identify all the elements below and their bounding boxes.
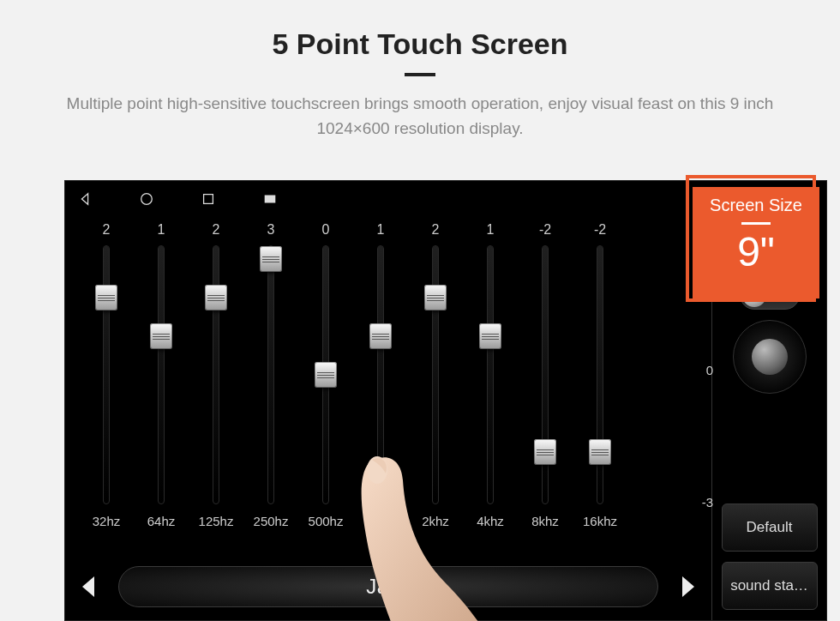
eq-band-4khz: 14khz — [463, 222, 518, 540]
eq-slider[interactable] — [104, 246, 109, 503]
eq-value: 2 — [103, 222, 111, 243]
home-icon[interactable] — [139, 191, 154, 207]
sound-stage-button[interactable]: sound sta… — [722, 562, 818, 610]
eq-value: 1 — [487, 222, 495, 243]
badge-value: 9" — [693, 232, 819, 273]
preset-prev-button[interactable] — [72, 570, 106, 604]
gallery-icon[interactable] — [262, 191, 278, 207]
eq-band-250hz: 3250hz — [243, 222, 298, 540]
recent-icon[interactable] — [201, 191, 216, 207]
eq-freq-label: 250hz — [254, 514, 289, 528]
eq-value: -2 — [594, 222, 606, 243]
eq-freq-label: 4khz — [477, 514, 504, 528]
eq-freq-label: 16khz — [583, 514, 617, 528]
eq-freq-label: 125hz — [199, 514, 234, 528]
svg-rect-2 — [265, 196, 276, 203]
eq-band-500hz: 0500hz — [298, 222, 353, 540]
eq-freq-label: 8khz — [531, 514, 559, 528]
eq-band-125hz: 2125hz — [189, 222, 243, 540]
eq-slider[interactable] — [268, 246, 273, 503]
eq-slider[interactable] — [488, 246, 493, 503]
eq-slider[interactable] — [213, 246, 219, 503]
preset-name[interactable]: Jazz — [118, 566, 658, 607]
eq-slider[interactable] — [323, 246, 328, 503]
page-title: 5 Point Touch Screen — [0, 27, 840, 61]
balance-dial[interactable] — [733, 320, 807, 394]
default-button[interactable]: Default — [722, 503, 818, 552]
eq-band-32hz: 232hz — [79, 222, 134, 540]
eq-band-16khz: -216khz — [573, 222, 627, 540]
eq-freq-label: 1khz — [367, 514, 394, 528]
eq-freq-label: 32hz — [93, 514, 121, 528]
eq-value: 2 — [213, 222, 220, 243]
eq-value: -2 — [539, 222, 551, 243]
eq-value: 2 — [432, 222, 440, 243]
eq-value: 3 — [267, 222, 275, 243]
page-subtitle: Multiple point high-sensitive touchscree… — [34, 92, 806, 141]
eq-slider[interactable] — [378, 246, 383, 503]
back-icon[interactable] — [77, 191, 93, 207]
equalizer-panel: 232hz164hz2125hz3250hz0500hz11khz22khz14… — [65, 217, 711, 620]
screen-size-badge: Screen Size 9" — [693, 187, 819, 298]
eq-value: 1 — [158, 222, 165, 243]
eq-band-8khz: -28khz — [518, 222, 573, 540]
eq-band-1khz: 11khz — [353, 222, 408, 540]
eq-value: 1 — [377, 222, 385, 243]
eq-freq-label: 500hz — [309, 514, 344, 528]
eq-slider[interactable] — [543, 246, 548, 503]
eq-band-64hz: 164hz — [134, 222, 189, 540]
badge-label: Screen Size — [693, 196, 819, 215]
eq-freq-label: 64hz — [147, 514, 176, 528]
eq-slider[interactable] — [597, 246, 603, 503]
svg-rect-1 — [204, 195, 213, 204]
eq-slider[interactable] — [433, 246, 438, 503]
eq-slider[interactable] — [159, 246, 164, 503]
preset-next-button[interactable] — [670, 570, 705, 604]
title-underline — [405, 73, 435, 76]
eq-band-2khz: 22khz — [408, 222, 463, 540]
eq-value: 0 — [322, 222, 330, 243]
eq-freq-label: 2khz — [422, 514, 449, 528]
svg-point-0 — [141, 194, 153, 205]
